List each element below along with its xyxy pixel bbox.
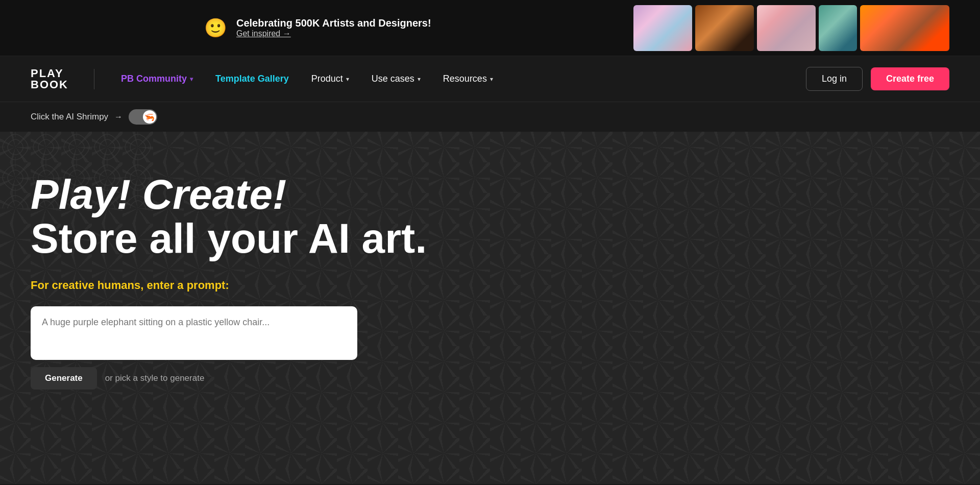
shrimpy-arrow-icon: → xyxy=(114,112,122,122)
banner-image-2[interactable] xyxy=(695,5,754,51)
banner-images xyxy=(633,5,949,51)
hero-title-line1: Play! Create! xyxy=(31,171,286,217)
banner-image-3[interactable] xyxy=(757,5,816,51)
banner-left: 🙂 Celebrating 500K Artists and Designers… xyxy=(204,17,431,39)
banner-image-5[interactable] xyxy=(860,5,949,51)
hero-subtitle: For creative humans, enter a prompt: xyxy=(31,279,429,292)
hero-title: Play! Create! Store all your AI art. xyxy=(31,173,429,260)
nav-label-resources: Resources xyxy=(443,74,487,84)
smiley-icon: 🙂 xyxy=(204,17,227,39)
nav-item-community[interactable]: PB Community ▾ xyxy=(110,69,204,88)
logo-play: PLAY xyxy=(31,68,68,79)
chevron-down-icon-community: ▾ xyxy=(190,76,193,83)
logo[interactable]: PLAY BOOK xyxy=(31,68,68,90)
banner-image-4[interactable] xyxy=(819,5,857,51)
prompt-box[interactable] xyxy=(31,306,357,360)
generate-row: Generate or pick a style to generate xyxy=(31,367,429,390)
hero-section: Play! Create! Store all your AI art. For… xyxy=(0,132,980,484)
nav-label-use-cases: Use cases xyxy=(372,74,414,84)
nav-item-resources[interactable]: Resources ▾ xyxy=(432,69,504,88)
banner-link[interactable]: Get inspired → xyxy=(236,29,431,38)
banner-title: Celebrating 500K Artists and Designers! xyxy=(236,17,431,29)
navbar: PLAY BOOK PB Community ▾ Template Galler… xyxy=(0,56,980,102)
chevron-down-icon-product: ▾ xyxy=(346,76,349,83)
login-button[interactable]: Log in xyxy=(806,67,863,91)
chevron-down-icon-resources: ▾ xyxy=(490,76,493,83)
generate-button[interactable]: Generate xyxy=(31,367,97,390)
nav-item-use-cases[interactable]: Use cases ▾ xyxy=(360,69,432,88)
toggle-thumb: 🦐 xyxy=(143,110,156,124)
nav-right: Log in Create free xyxy=(806,67,949,91)
toggle-track[interactable]: 🦐 xyxy=(129,109,157,125)
create-free-button[interactable]: Create free xyxy=(871,67,949,90)
chevron-down-icon-usecases: ▾ xyxy=(418,76,421,83)
nav-label-community: PB Community xyxy=(121,74,187,84)
banner-text: Celebrating 500K Artists and Designers! … xyxy=(236,17,431,38)
nav-item-product[interactable]: Product ▾ xyxy=(300,69,360,88)
prompt-input[interactable] xyxy=(42,316,346,351)
hero-title-line2: Store all your AI art. xyxy=(31,215,427,261)
shrimpy-label: Click the AI Shrimpy xyxy=(31,112,108,122)
top-banner: 🙂 Celebrating 500K Artists and Designers… xyxy=(0,0,980,56)
shrimpy-toggle[interactable]: 🦐 xyxy=(129,109,157,125)
shrimpy-bar: Click the AI Shrimpy → 🦐 xyxy=(0,102,980,132)
generate-or-text: or pick a style to generate xyxy=(105,373,205,383)
banner-image-1[interactable] xyxy=(633,5,692,51)
nav-label-product: Product xyxy=(311,74,343,84)
nav-item-template[interactable]: Template Gallery xyxy=(204,69,300,88)
nav-items: PB Community ▾ Template Gallery Product … xyxy=(110,69,806,88)
hero-content: Play! Create! Store all your AI art. For… xyxy=(0,132,459,410)
nav-label-template: Template Gallery xyxy=(215,74,289,84)
logo-book: BOOK xyxy=(31,79,68,90)
nav-divider xyxy=(94,69,94,89)
